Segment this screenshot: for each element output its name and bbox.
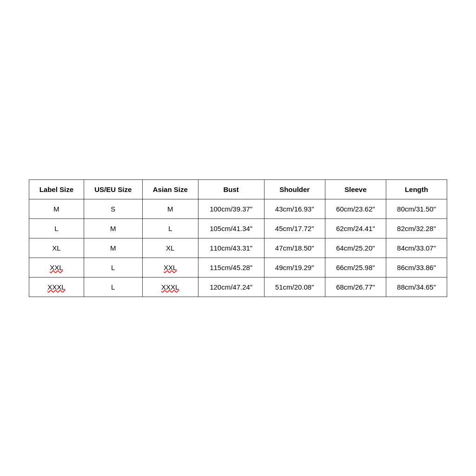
cell-us-eu-size: L <box>84 258 142 277</box>
cell-bust: 110cm/43.31" <box>198 238 264 258</box>
cell-bust: 120cm/47.24" <box>198 277 264 297</box>
cell-label-size: XXL <box>29 258 84 277</box>
cell-length: 86cm/33.86" <box>386 258 447 277</box>
cell-shoulder: 49cm/19.29" <box>264 258 325 277</box>
header-bust: Bust <box>198 179 264 199</box>
cell-asian-size: L <box>142 218 198 238</box>
cell-length: 80cm/31.50" <box>386 199 447 218</box>
cell-asian-size: XXXL <box>142 277 198 297</box>
cell-bust: 100cm/39.37" <box>198 199 264 218</box>
table-row: XXXLLXXXL120cm/47.24"51cm/20.08"68cm/26.… <box>29 277 447 297</box>
size-chart-table: Label Size US/EU Size Asian Size Bust Sh… <box>29 179 447 297</box>
table-row: MSM100cm/39.37"43cm/16.93"60cm/23.62"80c… <box>29 199 447 218</box>
cell-us-eu-size: S <box>84 199 142 218</box>
cell-shoulder: 45cm/17.72" <box>264 218 325 238</box>
cell-shoulder: 47cm/18.50" <box>264 238 325 258</box>
cell-label-size: XXXL <box>29 277 84 297</box>
cell-length: 82cm/32.28" <box>386 218 447 238</box>
cell-asian-size: M <box>142 199 198 218</box>
cell-label-size: L <box>29 218 84 238</box>
cell-length: 84cm/33.07" <box>386 238 447 258</box>
size-chart-container: Label Size US/EU Size Asian Size Bust Sh… <box>29 179 447 297</box>
cell-sleeve: 60cm/23.62" <box>325 199 386 218</box>
cell-sleeve: 62cm/24.41" <box>325 218 386 238</box>
header-label-size: Label Size <box>29 179 84 199</box>
header-shoulder: Shoulder <box>264 179 325 199</box>
header-length: Length <box>386 179 447 199</box>
cell-asian-size: XXL <box>142 258 198 277</box>
header-us-eu-size: US/EU Size <box>84 179 142 199</box>
cell-label-size: M <box>29 199 84 218</box>
cell-sleeve: 68cm/26.77" <box>325 277 386 297</box>
cell-shoulder: 51cm/20.08" <box>264 277 325 297</box>
cell-sleeve: 66cm/25.98" <box>325 258 386 277</box>
cell-us-eu-size: L <box>84 277 142 297</box>
table-row: XLMXL110cm/43.31"47cm/18.50"64cm/25.20"8… <box>29 238 447 258</box>
table-row: LML105cm/41.34"45cm/17.72"62cm/24.41"82c… <box>29 218 447 238</box>
table-header-row: Label Size US/EU Size Asian Size Bust Sh… <box>29 179 447 199</box>
cell-bust: 115cm/45.28" <box>198 258 264 277</box>
cell-sleeve: 64cm/25.20" <box>325 238 386 258</box>
cell-asian-size: XL <box>142 238 198 258</box>
cell-label-size: XL <box>29 238 84 258</box>
cell-bust: 105cm/41.34" <box>198 218 264 238</box>
cell-us-eu-size: M <box>84 218 142 238</box>
cell-length: 88cm/34.65" <box>386 277 447 297</box>
header-asian-size: Asian Size <box>142 179 198 199</box>
table-row: XXLLXXL115cm/45.28"49cm/19.29"66cm/25.98… <box>29 258 447 277</box>
header-sleeve: Sleeve <box>325 179 386 199</box>
cell-us-eu-size: M <box>84 238 142 258</box>
page-wrapper: Label Size US/EU Size Asian Size Bust Sh… <box>0 0 476 476</box>
cell-shoulder: 43cm/16.93" <box>264 199 325 218</box>
